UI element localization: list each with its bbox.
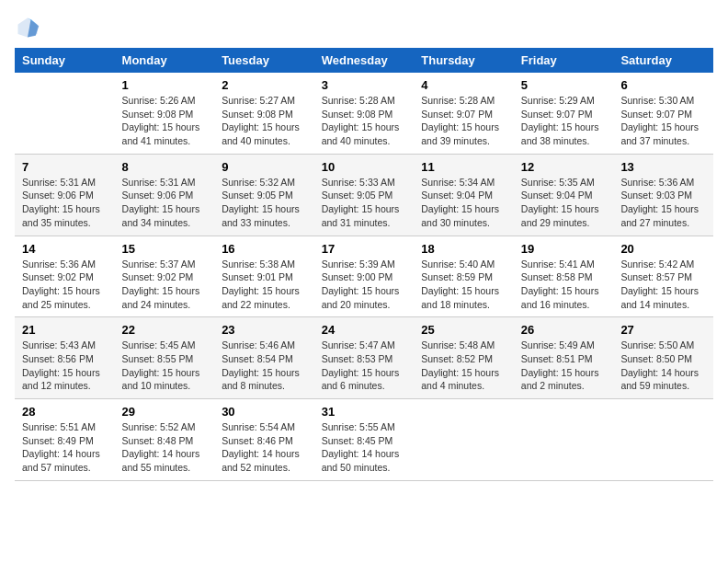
- day-info: Sunrise: 5:47 AM Sunset: 8:53 PM Dayligh…: [322, 339, 407, 393]
- day-number: 2: [222, 78, 307, 92]
- day-number: 29: [122, 405, 208, 419]
- day-info: Sunrise: 5:31 AM Sunset: 9:06 PM Dayligh…: [122, 176, 208, 230]
- calendar-cell: 26Sunrise: 5:49 AM Sunset: 8:51 PM Dayli…: [514, 317, 614, 399]
- day-number: 27: [620, 323, 706, 337]
- header-sunday: Sunday: [15, 48, 115, 73]
- day-number: 5: [521, 78, 607, 92]
- day-info: Sunrise: 5:28 AM Sunset: 9:08 PM Dayligh…: [322, 94, 407, 148]
- day-info: Sunrise: 5:35 AM Sunset: 9:04 PM Dayligh…: [521, 176, 607, 230]
- day-number: 8: [122, 160, 208, 174]
- day-info: Sunrise: 5:52 AM Sunset: 8:48 PM Dayligh…: [122, 420, 208, 475]
- header-thursday: Thursday: [414, 48, 514, 73]
- logo-icon: [15, 15, 40, 40]
- calendar-cell: 4Sunrise: 5:28 AM Sunset: 9:07 PM Daylig…: [414, 73, 514, 154]
- day-number: 26: [521, 323, 607, 337]
- day-info: Sunrise: 5:37 AM Sunset: 9:02 PM Dayligh…: [122, 258, 208, 312]
- calendar-cell: 8Sunrise: 5:31 AM Sunset: 9:06 PM Daylig…: [115, 154, 215, 236]
- day-number: 12: [521, 160, 607, 174]
- day-info: Sunrise: 5:39 AM Sunset: 9:00 PM Dayligh…: [322, 258, 407, 312]
- day-number: 22: [122, 323, 208, 337]
- calendar-cell: 15Sunrise: 5:37 AM Sunset: 9:02 PM Dayli…: [115, 236, 215, 317]
- day-info: Sunrise: 5:33 AM Sunset: 9:05 PM Dayligh…: [322, 176, 407, 230]
- header-friday: Friday: [514, 48, 614, 73]
- day-info: Sunrise: 5:43 AM Sunset: 8:56 PM Dayligh…: [22, 339, 108, 393]
- day-number: 1: [122, 78, 208, 92]
- day-number: 14: [22, 242, 108, 256]
- day-number: 24: [322, 323, 407, 337]
- calendar-cell: [15, 73, 115, 154]
- week-row-1: 1Sunrise: 5:26 AM Sunset: 9:08 PM Daylig…: [15, 73, 713, 154]
- day-info: Sunrise: 5:29 AM Sunset: 9:07 PM Dayligh…: [521, 94, 607, 148]
- calendar-cell: 6Sunrise: 5:30 AM Sunset: 9:07 PM Daylig…: [613, 73, 713, 154]
- day-info: Sunrise: 5:27 AM Sunset: 9:08 PM Dayligh…: [222, 94, 307, 148]
- days-header-row: SundayMondayTuesdayWednesdayThursdayFrid…: [15, 48, 713, 73]
- day-info: Sunrise: 5:40 AM Sunset: 8:59 PM Dayligh…: [421, 258, 506, 312]
- day-info: Sunrise: 5:34 AM Sunset: 9:04 PM Dayligh…: [421, 176, 506, 230]
- day-number: 17: [322, 242, 407, 256]
- day-number: 3: [322, 78, 407, 92]
- day-info: Sunrise: 5:50 AM Sunset: 8:50 PM Dayligh…: [620, 339, 706, 393]
- header-tuesday: Tuesday: [214, 48, 314, 73]
- calendar-cell: 10Sunrise: 5:33 AM Sunset: 9:05 PM Dayli…: [314, 154, 415, 236]
- week-row-4: 21Sunrise: 5:43 AM Sunset: 8:56 PM Dayli…: [15, 317, 713, 399]
- day-info: Sunrise: 5:48 AM Sunset: 8:52 PM Dayligh…: [421, 339, 506, 393]
- day-info: Sunrise: 5:31 AM Sunset: 9:06 PM Dayligh…: [22, 176, 108, 230]
- calendar-cell: [414, 399, 514, 481]
- calendar-cell: 2Sunrise: 5:27 AM Sunset: 9:08 PM Daylig…: [214, 73, 314, 154]
- day-number: 13: [620, 160, 706, 174]
- calendar-cell: 23Sunrise: 5:46 AM Sunset: 8:54 PM Dayli…: [214, 317, 314, 399]
- day-info: Sunrise: 5:26 AM Sunset: 9:08 PM Dayligh…: [122, 94, 208, 148]
- header-saturday: Saturday: [613, 48, 713, 73]
- day-number: 19: [521, 242, 607, 256]
- calendar-cell: 16Sunrise: 5:38 AM Sunset: 9:01 PM Dayli…: [214, 236, 314, 317]
- calendar-cell: 25Sunrise: 5:48 AM Sunset: 8:52 PM Dayli…: [414, 317, 514, 399]
- calendar-cell: 14Sunrise: 5:36 AM Sunset: 9:02 PM Dayli…: [15, 236, 115, 317]
- day-number: 21: [22, 323, 108, 337]
- day-info: Sunrise: 5:28 AM Sunset: 9:07 PM Dayligh…: [421, 94, 506, 148]
- week-row-5: 28Sunrise: 5:51 AM Sunset: 8:49 PM Dayli…: [15, 399, 713, 481]
- calendar-cell: 28Sunrise: 5:51 AM Sunset: 8:49 PM Dayli…: [15, 399, 115, 481]
- week-row-3: 14Sunrise: 5:36 AM Sunset: 9:02 PM Dayli…: [15, 236, 713, 317]
- calendar-cell: 9Sunrise: 5:32 AM Sunset: 9:05 PM Daylig…: [214, 154, 314, 236]
- day-info: Sunrise: 5:45 AM Sunset: 8:55 PM Dayligh…: [122, 339, 208, 393]
- calendar-cell: 20Sunrise: 5:42 AM Sunset: 8:57 PM Dayli…: [613, 236, 713, 317]
- day-number: 16: [222, 242, 307, 256]
- day-info: Sunrise: 5:42 AM Sunset: 8:57 PM Dayligh…: [620, 258, 706, 312]
- header-wednesday: Wednesday: [314, 48, 415, 73]
- calendar-cell: 18Sunrise: 5:40 AM Sunset: 8:59 PM Dayli…: [414, 236, 514, 317]
- calendar-cell: 7Sunrise: 5:31 AM Sunset: 9:06 PM Daylig…: [15, 154, 115, 236]
- day-info: Sunrise: 5:46 AM Sunset: 8:54 PM Dayligh…: [222, 339, 307, 393]
- calendar-cell: [514, 399, 614, 481]
- calendar-cell: 11Sunrise: 5:34 AM Sunset: 9:04 PM Dayli…: [414, 154, 514, 236]
- day-number: 15: [122, 242, 208, 256]
- day-number: 31: [322, 405, 407, 419]
- day-info: Sunrise: 5:54 AM Sunset: 8:46 PM Dayligh…: [222, 420, 307, 475]
- day-number: 4: [421, 78, 506, 92]
- week-row-2: 7Sunrise: 5:31 AM Sunset: 9:06 PM Daylig…: [15, 154, 713, 236]
- calendar-cell: 30Sunrise: 5:54 AM Sunset: 8:46 PM Dayli…: [214, 399, 314, 481]
- calendar-cell: 12Sunrise: 5:35 AM Sunset: 9:04 PM Dayli…: [514, 154, 614, 236]
- day-number: 23: [222, 323, 307, 337]
- day-number: 7: [22, 160, 108, 174]
- calendar-cell: 27Sunrise: 5:50 AM Sunset: 8:50 PM Dayli…: [613, 317, 713, 399]
- calendar-cell: 29Sunrise: 5:52 AM Sunset: 8:48 PM Dayli…: [115, 399, 215, 481]
- day-number: 10: [322, 160, 407, 174]
- day-number: 9: [222, 160, 307, 174]
- day-number: 6: [620, 78, 706, 92]
- calendar-cell: 31Sunrise: 5:55 AM Sunset: 8:45 PM Dayli…: [314, 399, 415, 481]
- day-info: Sunrise: 5:38 AM Sunset: 9:01 PM Dayligh…: [222, 258, 307, 312]
- calendar-cell: 5Sunrise: 5:29 AM Sunset: 9:07 PM Daylig…: [514, 73, 614, 154]
- day-number: 30: [222, 405, 307, 419]
- day-info: Sunrise: 5:32 AM Sunset: 9:05 PM Dayligh…: [222, 176, 307, 230]
- day-info: Sunrise: 5:30 AM Sunset: 9:07 PM Dayligh…: [620, 94, 706, 148]
- calendar-cell: 1Sunrise: 5:26 AM Sunset: 9:08 PM Daylig…: [115, 73, 215, 154]
- header-monday: Monday: [115, 48, 215, 73]
- day-number: 20: [620, 242, 706, 256]
- day-number: 28: [22, 405, 108, 419]
- calendar-cell: 22Sunrise: 5:45 AM Sunset: 8:55 PM Dayli…: [115, 317, 215, 399]
- day-info: Sunrise: 5:51 AM Sunset: 8:49 PM Dayligh…: [22, 420, 108, 475]
- calendar-cell: 3Sunrise: 5:28 AM Sunset: 9:08 PM Daylig…: [314, 73, 415, 154]
- logo: [15, 15, 44, 40]
- calendar-cell: 24Sunrise: 5:47 AM Sunset: 8:53 PM Dayli…: [314, 317, 415, 399]
- day-info: Sunrise: 5:36 AM Sunset: 9:02 PM Dayligh…: [22, 258, 108, 312]
